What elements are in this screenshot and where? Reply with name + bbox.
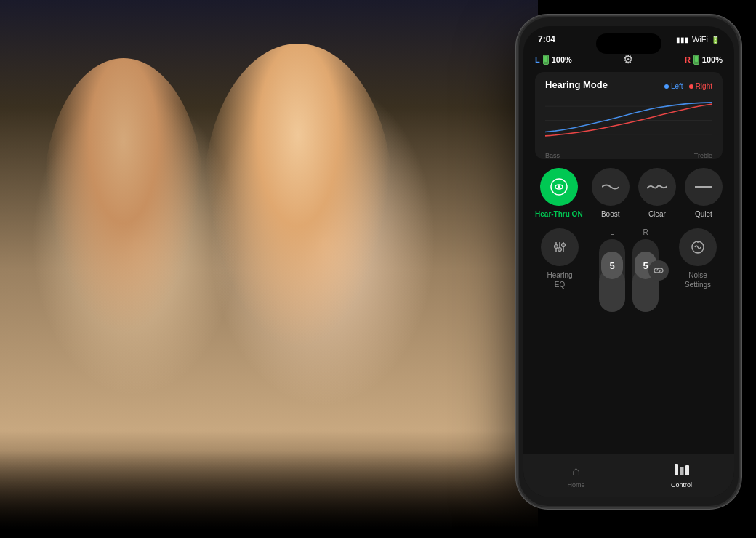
- eq-labels: Bass Treble: [545, 152, 712, 159]
- mode-btn-boost[interactable]: Boost: [592, 168, 630, 218]
- wifi-icon: WiFi: [692, 35, 708, 44]
- quiet-icon: [685, 168, 723, 206]
- eq-svg: [545, 93, 712, 148]
- mode-btn-quiet[interactable]: Quiet: [685, 168, 723, 218]
- clear-label: Clear: [648, 210, 666, 218]
- hear-thru-icon: [540, 168, 578, 206]
- left-dot: [664, 84, 669, 89]
- nav-home[interactable]: ⌂ Home: [523, 464, 629, 489]
- battery-right-pct: 100%: [702, 55, 723, 64]
- right-dot: [689, 84, 693, 89]
- link-sliders-button[interactable]: [648, 260, 669, 281]
- person-right: [204, 44, 393, 349]
- battery-right: R 100%: [685, 55, 723, 65]
- noise-settings-icon: [679, 228, 717, 266]
- slider-left-label: L: [610, 228, 614, 236]
- mode-btn-hear-thru[interactable]: Hear-Thru ON: [535, 168, 583, 218]
- svg-rect-15: [675, 464, 678, 475]
- boost-label: Boost: [601, 210, 620, 218]
- nav-control[interactable]: Control: [629, 464, 734, 489]
- sliders-area: L 5 R 5: [599, 228, 659, 312]
- hearing-eq-icon: [541, 228, 579, 266]
- svg-rect-17: [685, 465, 689, 475]
- background-photo: [0, 0, 538, 538]
- dynamic-island: [596, 33, 662, 54]
- svg-point-11: [562, 244, 566, 247]
- slider-left-track[interactable]: 5: [599, 239, 625, 312]
- eq-chart: Hearing Mode Left Right: [535, 72, 723, 159]
- battery-right-icon: [693, 55, 699, 65]
- control-nav-label: Control: [671, 481, 692, 489]
- bottom-nav: ⌂ Home Control: [523, 454, 734, 497]
- phone-frame: 7:04 ▮▮▮ WiFi 🔋 L 100% ⚙ R 100%: [516, 15, 741, 509]
- right-label: R: [685, 55, 691, 64]
- settings-gear-button[interactable]: ⚙: [623, 52, 633, 66]
- eq-title: Hearing Mode: [545, 79, 608, 90]
- mode-btn-clear[interactable]: Clear: [638, 168, 676, 218]
- slider-left-thumb[interactable]: 5: [601, 252, 623, 279]
- legend-right: Right: [689, 82, 712, 90]
- eq-legend: Left Right: [664, 82, 712, 90]
- svg-point-9: [555, 245, 558, 249]
- phone-device: 7:04 ▮▮▮ WiFi 🔋 L 100% ⚙ R 100%: [516, 15, 741, 509]
- phone-screen: 7:04 ▮▮▮ WiFi 🔋 L 100% ⚙ R 100%: [523, 26, 734, 497]
- hearing-eq-label: HearingEQ: [547, 270, 572, 289]
- quiet-label: Quiet: [695, 210, 712, 218]
- dark-bottom-gradient: [0, 451, 538, 538]
- status-icons: ▮▮▮ WiFi 🔋: [676, 35, 720, 44]
- svg-point-10: [558, 248, 562, 252]
- mode-row: Hear-Thru ON Boost: [523, 159, 734, 221]
- noise-settings-label: NoiseSettings: [685, 270, 711, 289]
- status-time: 7:04: [538, 34, 555, 44]
- bass-label: Bass: [545, 152, 560, 159]
- control-nav-icon: [675, 464, 689, 479]
- home-nav-icon: ⌂: [572, 464, 580, 479]
- slider-right-label: R: [643, 228, 648, 236]
- home-nav-label: Home: [567, 481, 584, 489]
- system-battery-icon: 🔋: [711, 36, 720, 44]
- hearing-eq-control[interactable]: HearingEQ: [541, 228, 579, 289]
- person-left: [44, 58, 204, 334]
- noise-settings-control[interactable]: NoiseSettings: [679, 228, 717, 289]
- svg-rect-16: [680, 467, 683, 475]
- boost-icon: [592, 168, 630, 206]
- battery-left-pct: 100%: [552, 55, 572, 64]
- signal-icon: ▮▮▮: [676, 36, 689, 44]
- battery-left: L 100%: [535, 55, 572, 65]
- treble-label: Treble: [694, 152, 712, 159]
- svg-point-4: [558, 185, 560, 188]
- left-label: L: [535, 55, 540, 64]
- battery-left-icon: [543, 55, 549, 65]
- slider-left-col: L 5: [599, 228, 625, 312]
- hear-thru-label: Hear-Thru ON: [535, 210, 583, 218]
- clear-icon: [638, 168, 676, 206]
- legend-left: Left: [664, 82, 683, 90]
